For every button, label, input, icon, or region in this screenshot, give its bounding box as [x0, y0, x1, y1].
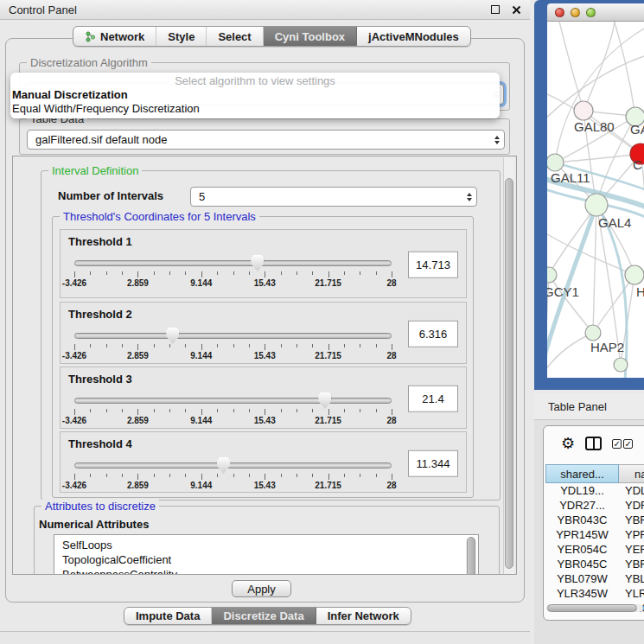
table-hscrollbar[interactable] — [546, 604, 643, 612]
threshold-value-field[interactable]: 21.4 — [408, 386, 458, 412]
table-row[interactable]: YPR145WYPR1 — [545, 527, 644, 542]
tick-label: 28 — [386, 351, 396, 360]
network-canvas[interactable]: GAL80GACGAL11GAL4GCY1HHAP2 — [547, 22, 644, 378]
threshold-value-field[interactable]: 14.713 — [408, 252, 458, 278]
tab-impute-data[interactable]: Impute Data — [124, 608, 212, 624]
slider-thumb[interactable] — [251, 255, 264, 271]
zoom-traffic-light-icon[interactable] — [586, 8, 596, 17]
hap2-node[interactable] — [585, 325, 601, 341]
threshold-slider[interactable]: -3.4262.8599.14415.4321.71528 — [74, 390, 392, 426]
tick-mark — [90, 344, 91, 348]
tick-mark — [296, 344, 297, 348]
network-view-window[interactable]: GAL80GACGAL11GAL4GCY1HHAP2 — [534, 0, 644, 390]
slider-thumb[interactable] — [166, 328, 179, 344]
tab-discretize-data[interactable]: Discretize Data — [212, 608, 316, 624]
table-row[interactable]: YBR043CYBR0 — [545, 513, 644, 527]
column-layout-icon[interactable] — [585, 437, 602, 450]
tab-label: jActiveMNodules — [368, 30, 459, 43]
slider-track[interactable] — [74, 398, 392, 404]
numerical-attributes-list[interactable]: SelfLoopsTopologicalCoefficientBetweenne… — [54, 534, 479, 575]
settings-scrollbar-thumb[interactable] — [505, 178, 513, 569]
minimize-traffic-light-icon[interactable] — [571, 8, 580, 17]
table-row[interactable]: YLR345WYLR3 — [545, 586, 644, 601]
close-traffic-light-icon[interactable] — [555, 8, 564, 17]
tab-style[interactable]: Style — [156, 27, 207, 46]
thresholds-group: Threshold's Coordinates for 5 Intervals … — [52, 216, 474, 498]
network-window-titlebar — [547, 3, 644, 22]
gal80-node[interactable] — [574, 101, 593, 120]
tab-jactivemnodules[interactable]: jActiveMNodules — [357, 27, 470, 46]
network-edge[interactable] — [547, 333, 593, 378]
table-row[interactable]: YDR27...YDR2 — [545, 498, 644, 513]
threshold-slider[interactable]: -3.4262.8599.14415.4321.71528 — [74, 455, 392, 490]
threshold-title: Threshold 1 — [68, 235, 132, 248]
tick-mark — [233, 344, 234, 348]
tick-mark — [376, 474, 377, 477]
float-window-icon[interactable] — [491, 5, 500, 14]
threshold-slider[interactable]: -3.4262.8599.14415.4321.71528 — [74, 252, 392, 296]
tab-label: Select — [218, 30, 251, 43]
tick-mark — [249, 344, 250, 348]
network-edge[interactable] — [593, 275, 634, 333]
list-item-selfloops[interactable]: SelfLoops — [54, 538, 478, 552]
slider-thumb[interactable] — [217, 457, 230, 474]
column-header-name[interactable]: na — [619, 464, 644, 483]
tick-label: 9.144 — [190, 351, 212, 360]
list-item-betweennesscentrality[interactable]: BetweennessCentrality — [54, 567, 478, 575]
gcy1-node[interactable] — [547, 267, 557, 283]
gear-icon[interactable]: ⚙ — [561, 436, 575, 451]
tick-mark — [392, 409, 392, 415]
attributes-scrollbar[interactable] — [466, 537, 476, 575]
attributes-scrollbar-thumb[interactable] — [467, 537, 475, 575]
tick-mark — [74, 409, 75, 415]
tab-cyni-toolbox[interactable]: Cyni Toolbox — [264, 27, 357, 46]
network-edge[interactable] — [593, 205, 596, 333]
tick-mark — [122, 344, 123, 348]
slider-track[interactable] — [74, 462, 392, 469]
gal4-node[interactable] — [585, 194, 608, 216]
tab-network[interactable]: Network — [73, 27, 156, 46]
tick-mark — [281, 474, 282, 477]
right-mid-node[interactable] — [625, 265, 644, 284]
number-of-intervals-combobox[interactable]: 5 — [190, 187, 477, 207]
popup-option-manual-discretization[interactable]: Manual Discretization — [10, 88, 500, 102]
column-header-shared-name[interactable]: shared... — [545, 464, 619, 483]
slider-ticks — [74, 271, 392, 277]
network-edge[interactable] — [555, 29, 644, 163]
bottom-node[interactable] — [614, 358, 628, 372]
table-row[interactable]: YBR045CYBR0 — [545, 557, 644, 571]
network-graph[interactable]: GAL80GACGAL11GAL4GCY1HHAP2 — [547, 22, 644, 378]
network-edge[interactable] — [555, 154, 641, 163]
threshold-slider[interactable]: -3.4262.8599.14415.4321.71528 — [74, 325, 392, 361]
network-edge[interactable] — [583, 22, 616, 111]
checkbox-icon[interactable]: ✓ — [623, 439, 633, 449]
tick-mark — [122, 409, 123, 412]
tab-infer-network[interactable]: Infer Network — [316, 608, 411, 624]
popup-option-equal-width-frequency[interactable]: Equal Width/Frequency Discretization — [10, 102, 500, 116]
threshold-value-field[interactable]: 11.344 — [408, 450, 458, 476]
slider-track[interactable] — [74, 260, 392, 266]
slider-thumb[interactable] — [318, 392, 331, 409]
gal11-node[interactable] — [547, 154, 564, 171]
tick-mark — [328, 474, 329, 480]
close-icon[interactable] — [512, 5, 521, 15]
tab-select[interactable]: Select — [207, 27, 263, 46]
table-header-row: shared...na — [545, 464, 644, 483]
threshold-value-field[interactable]: 6.316 — [408, 321, 458, 348]
slider-tick-labels: -3.4262.8599.14415.4321.71528 — [74, 351, 392, 361]
tick-mark — [137, 474, 138, 480]
table-row[interactable]: YDL19...YDL1 — [545, 483, 644, 498]
table-data-combobox[interactable]: galFiltered.sif default node — [27, 130, 505, 150]
cell-shared-name: YPR145W — [545, 527, 619, 542]
table-hscrollbar-thumb[interactable] — [547, 604, 637, 612]
apply-button[interactable]: Apply — [232, 580, 291, 597]
tick-mark — [376, 344, 377, 348]
table-row[interactable]: YBL079WYBL0 — [545, 571, 644, 586]
tick-mark — [392, 271, 392, 277]
slider-ticks — [74, 473, 392, 480]
checkbox-icon[interactable]: ✓ — [612, 439, 622, 449]
list-item-topologicalcoefficient[interactable]: TopologicalCoefficient — [54, 552, 478, 567]
slider-track[interactable] — [74, 333, 392, 339]
settings-scrollbar[interactable] — [503, 157, 514, 574]
table-row[interactable]: YER054CYER0 — [545, 542, 644, 557]
